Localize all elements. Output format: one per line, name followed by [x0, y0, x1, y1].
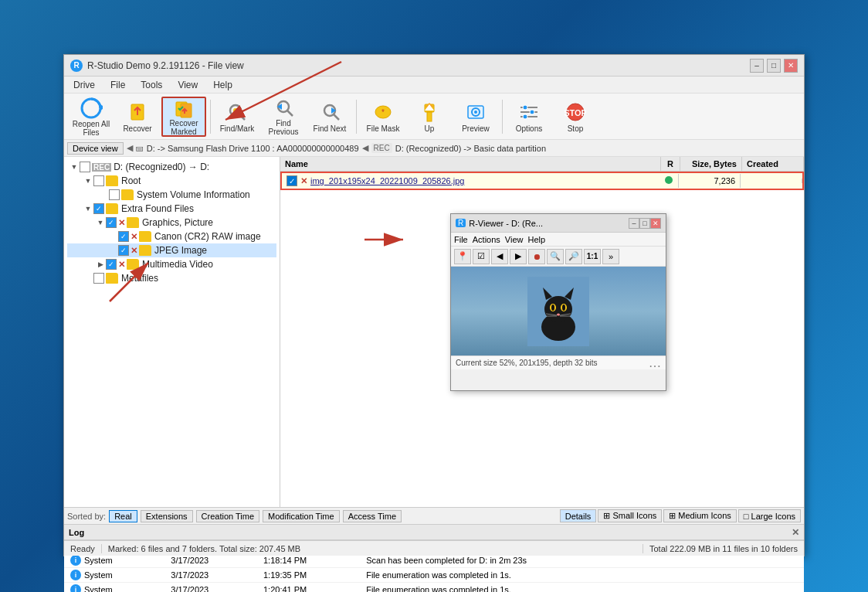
find-previous-button[interactable]: Find Previous — [261, 97, 306, 137]
tree-item-multimedia[interactable]: ▶ ✓ ✕ Multimedia Video — [67, 257, 276, 271]
tree-drive-label: D: (Recognized0) → D: — [114, 162, 209, 172]
svg-marker-1 — [100, 104, 103, 111]
close-button[interactable]: ✕ — [784, 59, 798, 73]
viewer-zoom-in-button[interactable]: 🔍 — [547, 249, 564, 264]
viewer-1to1-button[interactable]: 1:1 — [584, 249, 601, 264]
up-button[interactable]: Up — [407, 97, 452, 137]
reopen-all-files-button[interactable]: Reopen All Files — [69, 97, 114, 137]
viewer-location-button[interactable]: 📍 — [454, 249, 471, 264]
tree-toggle-extra[interactable]: ▼ — [83, 203, 93, 214]
file-row-checkbox[interactable]: ✓ — [287, 175, 297, 186]
reopen-icon — [79, 97, 103, 120]
svg-point-28 — [523, 114, 527, 119]
viewer-menu-help[interactable]: Help — [527, 235, 545, 244]
tree-checkbox-drive[interactable] — [80, 162, 90, 172]
viewer-next-button[interactable]: ▶ — [510, 249, 527, 264]
tree-checkbox-canon[interactable]: ✓ — [118, 231, 129, 242]
sort-access-time-button[interactable]: Access Time — [343, 510, 402, 522]
tree-checkbox-jpeg[interactable]: ✓ — [118, 245, 129, 256]
tree-checkbox-metafiles[interactable] — [93, 273, 104, 284]
preview-button[interactable]: Preview — [453, 97, 498, 137]
sort-extensions-button[interactable]: Extensions — [141, 510, 193, 522]
sort-creation-time-button[interactable]: Creation Time — [196, 510, 259, 522]
tree-checkbox-root[interactable] — [93, 175, 104, 186]
find-mark-button[interactable]: Find/Mark — [215, 97, 259, 137]
menu-view[interactable]: View — [171, 78, 204, 92]
device-view-button[interactable]: Device view — [67, 142, 124, 155]
viewer-menu-file[interactable]: File — [454, 235, 468, 244]
log-info-icon-3: i — [70, 584, 81, 592]
recover-marked-icon — [171, 97, 196, 119]
log-title: Log — [69, 528, 84, 537]
tree-toggle-drive[interactable]: ▼ — [69, 162, 80, 172]
sort-real-button[interactable]: Real — [109, 510, 137, 522]
svg-point-40 — [557, 313, 560, 315]
menu-help[interactable]: Help — [207, 78, 239, 92]
tree-item-sysvol[interactable]: System Volume Information — [67, 188, 276, 202]
find-next-button[interactable]: Find Next — [307, 97, 352, 137]
deleted-icon-multimedia: ✕ — [118, 260, 125, 270]
viewer-check-button[interactable]: ☑ — [473, 249, 490, 264]
reopen-label: Reopen All Files — [71, 120, 111, 137]
app-icon: R — [70, 60, 83, 72]
window-title: R-Studio Demo 9.2.191126 - File view — [87, 60, 750, 71]
options-button[interactable]: Options — [507, 97, 551, 137]
tree-checkbox-multimedia[interactable]: ✓ — [106, 259, 117, 270]
file-mask-button[interactable]: * File Mask — [361, 97, 405, 137]
tree-checkbox-sysvol[interactable] — [109, 189, 120, 200]
sort-modification-time-button[interactable]: Modification Time — [263, 510, 340, 522]
tree-toggle-multimedia[interactable]: ▶ — [95, 259, 106, 270]
maximize-button[interactable]: □ — [767, 59, 781, 73]
viewer-close-button[interactable]: ✕ — [650, 218, 661, 229]
file-deleted-icon: ✕ — [300, 176, 307, 186]
minimize-button[interactable]: – — [750, 59, 764, 73]
viewer-prev-button[interactable]: ◀ — [491, 249, 508, 264]
viewer-record-button[interactable]: ⏺ — [528, 249, 545, 264]
viewer-toolbar: 📍 ☑ ◀ ▶ ⏺ 🔍 🔎 1:1 » — [451, 247, 666, 267]
deleted-icon-canon: ✕ — [131, 232, 137, 242]
stop-icon: STOP — [563, 100, 588, 124]
tree-toggle-root[interactable]: ▼ — [83, 175, 93, 186]
tree-item-metafiles[interactable]: Metafiles — [67, 271, 276, 285]
find-next-icon — [317, 100, 342, 124]
viewer-zoom-user-button[interactable]: 🔎 — [565, 249, 582, 264]
view-medium-icons-button[interactable]: ⊞ Medium Icons — [663, 509, 737, 522]
view-details-button[interactable]: Details — [560, 509, 597, 522]
recover-marked-button[interactable]: Recover Marked — [161, 97, 206, 137]
log-close-button[interactable]: ✕ — [792, 527, 799, 538]
toolbar-sep-3 — [502, 100, 503, 134]
tree-item-canon[interactable]: ✓ ✕ Canon (CR2) RAW image — [67, 230, 276, 243]
log-row3-text: File enumeration was completed in 1s. — [360, 583, 804, 593]
stop-button[interactable]: STOP Stop — [553, 97, 598, 137]
viewer-resize-handle[interactable]: ⋯ — [649, 359, 661, 373]
viewer-menu-view[interactable]: View — [505, 235, 524, 244]
status-marked: Marked: 6 files and 7 folders. Total siz… — [102, 544, 643, 553]
recover-button[interactable]: Recover — [115, 97, 160, 137]
menu-drive[interactable]: Drive — [67, 78, 101, 92]
tree-root-drive[interactable]: ▼ REC D: (Recognized0) → D: — [67, 160, 276, 174]
tree-item-extra[interactable]: ▼ ✓ Extra Found Files — [67, 202, 276, 216]
tree-item-root[interactable]: ▼ Root — [67, 174, 276, 188]
menu-tools[interactable]: Tools — [134, 78, 168, 92]
window-controls: – □ ✕ — [750, 59, 798, 73]
preview-icon — [463, 100, 488, 124]
view-large-icons-button[interactable]: □ Large Icons — [738, 509, 801, 522]
tree-item-jpeg[interactable]: ✓ ✕ JPEG Image — [67, 243, 276, 257]
viewer-menu-actions[interactable]: Actions — [473, 235, 500, 244]
view-small-icons-button[interactable]: ⊞ Small Icons — [598, 509, 662, 522]
main-content: ▼ REC D: (Recognized0) → D: ▼ Root Syste… — [64, 157, 804, 507]
tree-label-multimedia: Multimedia Video — [142, 259, 213, 270]
viewer-more-button[interactable]: » — [602, 249, 619, 264]
col-r: R — [661, 157, 680, 171]
viewer-maximize-button[interactable]: □ — [639, 218, 650, 229]
addr-icon-1: 🖴 — [136, 144, 144, 152]
tree-checkbox-graphics[interactable]: ✓ — [106, 217, 117, 228]
log-row2-time: 1:19:35 PM — [257, 568, 360, 583]
tree-toggle-graphics[interactable]: ▼ — [95, 217, 106, 228]
viewer-minimize-button[interactable]: – — [629, 218, 639, 229]
menu-file[interactable]: File — [104, 78, 131, 92]
tree-item-graphics[interactable]: ▼ ✓ ✕ Graphics, Picture — [67, 216, 276, 230]
svg-point-27 — [530, 110, 534, 114]
tree-checkbox-extra[interactable]: ✓ — [93, 203, 104, 214]
table-row[interactable]: ✓ ✕ img_201x195x24_20221009_205826.jpg 7… — [280, 172, 804, 190]
